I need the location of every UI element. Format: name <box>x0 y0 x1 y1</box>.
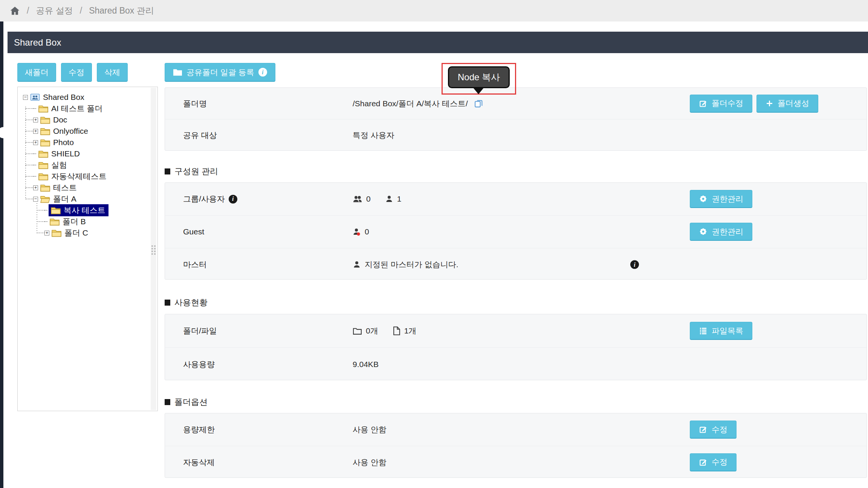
tree-node-selected[interactable]: 복사 테스트 <box>22 205 148 216</box>
group-icon <box>353 194 362 203</box>
quota-edit-label: 수정 <box>712 424 727 435</box>
tree-node[interactable]: Photo <box>22 137 148 148</box>
folder-icon <box>40 127 50 135</box>
breadcrumb: / 공유 설정 / Shared Box 관리 <box>0 0 868 21</box>
collapse-expander-icon[interactable] <box>23 95 28 100</box>
quota-edit-button[interactable]: 수정 <box>690 421 737 439</box>
member-section-title: 구성원 관리 <box>174 166 218 177</box>
option-panel: 용량제한 사용 안함 수정 자동삭제 사용 안함 수정 <box>165 413 867 478</box>
expand-expander-icon[interactable] <box>33 118 38 122</box>
tree-resize-handle[interactable] <box>151 245 156 260</box>
option-section-title: 폴더옵션 <box>174 396 208 408</box>
master-row: 마스터 지정된 마스터가 없습니다. i <box>165 248 866 281</box>
usage-section-header: 사용현황 <box>165 297 208 308</box>
create-folder-label: 폴더생성 <box>778 98 809 109</box>
tree-node[interactable]: 자동삭제테스트 <box>22 171 148 182</box>
expand-expander-icon[interactable] <box>33 140 38 145</box>
used-size-label: 사용용량 <box>183 359 215 370</box>
auto-delete-edit-button[interactable]: 수정 <box>690 453 737 471</box>
folder-icon <box>52 229 61 237</box>
folder-icon <box>38 150 48 158</box>
edit-folder-tree-button[interactable]: 수정 <box>61 63 92 82</box>
tree-node[interactable]: 실험 <box>22 159 148 171</box>
folder-open-icon <box>40 195 50 203</box>
user-icon <box>385 194 393 203</box>
bulk-register-label: 공유폴더 일괄 등록 <box>186 67 254 78</box>
section-bullet <box>165 168 170 174</box>
group-permission-button[interactable]: 권한관리 <box>690 190 752 208</box>
tree-node-label: 폴더 C <box>64 228 88 238</box>
group-user-row: 그룹/사용자 i 0 1 권한관리 <box>165 183 866 215</box>
tree-node-label: 복사 테스트 <box>64 205 105 216</box>
create-folder-button[interactable]: 폴더생성 <box>756 95 818 113</box>
tree-node-label: 폴더 B <box>63 216 86 227</box>
tree-node-folder-a[interactable]: 폴더 A <box>22 193 148 205</box>
folder-tree-panel: Shared Box AI 테스트 폴더 Doc Onlyoffice Phot… <box>17 87 158 411</box>
tree-node[interactable]: Onlyoffice <box>22 125 148 137</box>
tree-node[interactable]: SHIELD <box>22 148 148 159</box>
expand-expander-icon[interactable] <box>44 231 49 236</box>
page-title: Shared Box <box>14 37 61 48</box>
home-icon[interactable] <box>10 6 20 16</box>
tree-node-label: 테스트 <box>53 182 77 193</box>
info-icon[interactable]: i <box>258 68 267 76</box>
delete-folder-button[interactable]: 삭제 <box>97 63 128 82</box>
tree-node[interactable]: 폴더 C <box>22 227 148 239</box>
edit-icon <box>699 425 708 434</box>
expand-expander-icon[interactable] <box>33 185 38 190</box>
breadcrumb-separator: / <box>80 6 82 16</box>
guest-icon <box>353 227 361 236</box>
permission-label: 권한관리 <box>712 226 743 237</box>
section-bullet <box>165 399 170 405</box>
user-count: 1 <box>397 194 402 203</box>
breadcrumb-separator: / <box>27 6 29 16</box>
quota-row: 용량제한 사용 안함 수정 <box>165 413 866 446</box>
folder-path-value: /Shared Box/폴더 A/복사 테스트/ <box>353 98 468 109</box>
guest-permission-button[interactable]: 권한관리 <box>690 223 752 241</box>
sidebar-toggle-notch[interactable] <box>0 127 9 138</box>
selected-node-highlight[interactable]: 복사 테스트 <box>49 204 108 216</box>
edit-folder-button[interactable]: 폴더수정 <box>690 95 752 113</box>
master-icon <box>353 260 361 269</box>
option-section-header: 폴더옵션 <box>165 396 208 408</box>
tree-node-label: SHIELD <box>51 149 80 158</box>
tree-node[interactable]: AI 테스트 폴더 <box>22 103 148 114</box>
expand-expander-icon[interactable] <box>33 129 38 134</box>
share-target-value: 특정 사용자 <box>353 130 394 141</box>
file-outline-icon <box>393 326 400 335</box>
copy-icon[interactable] <box>474 99 483 108</box>
collapse-expander-icon[interactable] <box>33 197 38 202</box>
bulk-register-button[interactable]: 공유폴더 일괄 등록 i <box>165 63 275 82</box>
tooltip-node-copy: Node 복사 <box>448 66 510 88</box>
info-icon[interactable]: i <box>630 260 639 269</box>
member-panel: 그룹/사용자 i 0 1 권한관리 Guest 0 권한관리 <box>165 182 867 280</box>
guest-count: 0 <box>365 227 369 236</box>
page-title-bar: Shared Box <box>8 32 868 53</box>
guest-label: Guest <box>183 227 204 236</box>
tree-node[interactable]: Doc <box>22 114 148 125</box>
file-list-button[interactable]: 파일목록 <box>690 322 752 340</box>
folder-icon <box>40 139 50 147</box>
permission-label: 권한관리 <box>712 194 743 204</box>
tree-node-label: Shared Box <box>43 93 84 102</box>
folder-icon <box>38 173 48 181</box>
new-folder-button[interactable]: 새폴더 <box>17 63 56 82</box>
info-icon[interactable]: i <box>229 195 237 203</box>
file-count: 1개 <box>404 326 417 336</box>
shared-box-icon <box>30 93 40 101</box>
tree-node-shared-box-root[interactable]: Shared Box <box>22 92 148 103</box>
folder-icon <box>173 68 182 76</box>
tooltip-arrow <box>473 88 484 99</box>
breadcrumb-item-share-settings[interactable]: 공유 설정 <box>36 5 73 17</box>
used-size-value: 9.04KB <box>353 360 379 369</box>
gear-icon <box>699 194 708 203</box>
folder-count: 0개 <box>366 326 378 336</box>
tree-node-label: 폴더 A <box>53 194 76 204</box>
tree-node[interactable]: 폴더 B <box>22 216 148 227</box>
folder-file-label: 폴더/파일 <box>183 326 217 336</box>
folder-icon <box>38 105 48 113</box>
auto-delete-label: 자동삭제 <box>183 457 215 468</box>
tooltip-text: Node 복사 <box>458 71 500 83</box>
tree-node[interactable]: 테스트 <box>22 182 148 193</box>
master-label: 마스터 <box>183 259 207 270</box>
